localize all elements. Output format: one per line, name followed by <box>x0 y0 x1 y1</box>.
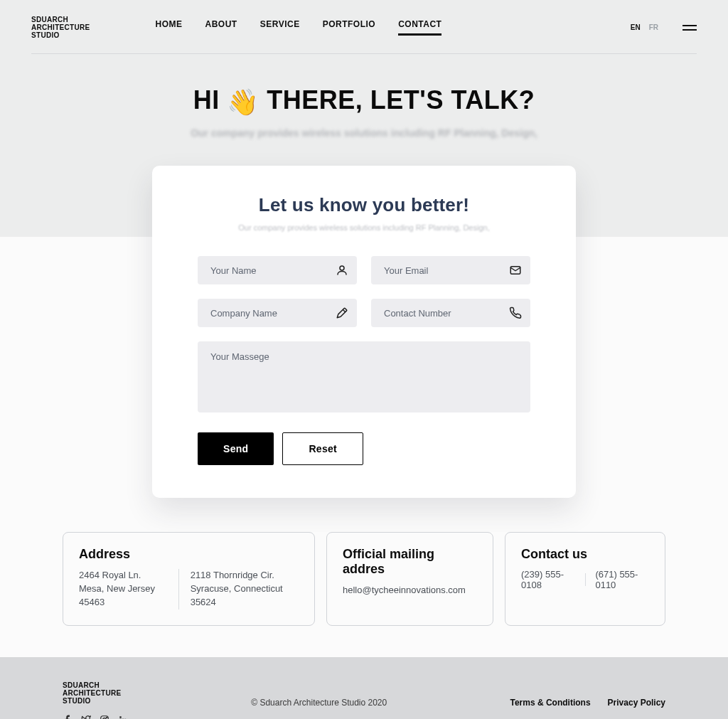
email-input[interactable] <box>371 265 530 276</box>
company-input[interactable] <box>198 308 357 319</box>
company-field[interactable] <box>198 299 357 327</box>
reset-button[interactable]: Reset <box>282 432 363 465</box>
language-switch: EN FR <box>631 23 697 31</box>
user-icon <box>336 264 348 277</box>
brand-line-2: ARCHITECTURE <box>31 23 90 31</box>
phone-field[interactable] <box>371 299 530 327</box>
footer-brand-line-3: STUDIO <box>63 697 128 705</box>
form-section: Let us know you better! Our company prov… <box>0 166 728 532</box>
wave-icon: 👋 <box>227 87 259 117</box>
send-button[interactable]: Send <box>198 432 274 465</box>
form-title: Let us know you better! <box>198 194 530 216</box>
address-1: 2464 Royal Ln. Mesa, New Jersey 45463 <box>79 569 167 609</box>
footer-links: Terms & Conditions Privacy Policy <box>510 698 665 708</box>
contact-card: Let us know you better! Our company prov… <box>152 166 576 498</box>
contact-title: Contact us <box>521 547 649 562</box>
footer-left: SDUARCH ARCHITECTURE STUDIO <box>63 681 128 719</box>
separator-icon <box>178 569 179 609</box>
twitter-icon[interactable] <box>81 715 91 719</box>
info-row: Address 2464 Royal Ln. Mesa, New Jersey … <box>0 532 728 657</box>
lang-en[interactable]: EN <box>631 23 641 31</box>
mail-box: Official mailing addres hello@tycheeinno… <box>326 532 493 626</box>
svg-point-4 <box>107 717 107 718</box>
social-links <box>63 715 128 719</box>
message-input[interactable] <box>198 341 530 412</box>
nav-service[interactable]: SERVICE <box>260 19 300 36</box>
phone-2[interactable]: (671) 555-0110 <box>595 569 649 590</box>
hero-rest: THERE, LET'S TALK? <box>267 85 535 114</box>
phone-input[interactable] <box>371 308 530 319</box>
instagram-icon[interactable] <box>100 715 109 719</box>
address-2: 2118 Thornridge Cir. Syracuse, Connectic… <box>191 569 299 609</box>
hero-hi: HI <box>193 85 220 114</box>
separator-icon <box>585 573 586 586</box>
hero-title: HI 👋 THERE, LET'S TALK? <box>0 85 728 117</box>
address-title: Address <box>79 547 299 562</box>
footer-brand-line-1: SDUARCH <box>63 681 128 689</box>
nav-home[interactable]: HOME <box>156 19 183 36</box>
terms-link[interactable]: Terms & Conditions <box>510 698 590 708</box>
form-actions: Send Reset <box>198 432 530 465</box>
footer: SDUARCH ARCHITECTURE STUDIO © Sduarch Ar… <box>0 657 728 719</box>
address-box: Address 2464 Royal Ln. Mesa, New Jersey … <box>63 532 315 626</box>
brand-logo[interactable]: SDUARCH ARCHITECTURE STUDIO <box>31 16 90 39</box>
name-field[interactable] <box>198 256 357 284</box>
topbar: SDUARCH ARCHITECTURE STUDIO HOME ABOUT S… <box>0 0 728 53</box>
contact-box: Contact us (239) 555-0108 (671) 555-0110 <box>505 532 665 626</box>
phone-1[interactable]: (239) 555-0108 <box>521 569 575 590</box>
brand-line-3: STUDIO <box>31 31 90 39</box>
nav-portfolio[interactable]: PORTFOLIO <box>323 19 376 36</box>
hamburger-menu-icon[interactable] <box>682 25 697 31</box>
form-subtitle: Our company provides wireless solutions … <box>198 223 530 232</box>
linkedin-icon[interactable] <box>118 715 128 719</box>
phone-icon <box>509 307 522 319</box>
facebook-icon[interactable] <box>63 715 73 719</box>
form-grid <box>198 256 530 412</box>
primary-nav: HOME ABOUT SERVICE PORTFOLIO CONTACT <box>156 19 442 36</box>
mail-icon <box>509 264 522 277</box>
lang-fr[interactable]: FR <box>649 23 658 31</box>
mail-value[interactable]: hello@tycheeinnovations.com <box>343 584 477 597</box>
footer-brand[interactable]: SDUARCH ARCHITECTURE STUDIO <box>63 681 128 705</box>
brand-line-1: SDUARCH <box>31 16 90 23</box>
message-field[interactable] <box>198 341 530 412</box>
hero: HI 👋 THERE, LET'S TALK? Our company prov… <box>0 54 728 166</box>
email-field[interactable] <box>371 256 530 284</box>
nav-contact[interactable]: CONTACT <box>398 19 441 36</box>
name-input[interactable] <box>198 265 357 276</box>
svg-point-0 <box>340 266 344 270</box>
mail-title: Official mailing addres <box>343 547 477 577</box>
pen-icon <box>336 307 348 319</box>
privacy-link[interactable]: Privacy Policy <box>608 698 665 708</box>
nav-about[interactable]: ABOUT <box>205 19 237 36</box>
footer-brand-line-2: ARCHITECTURE <box>63 689 128 697</box>
hero-subtitle: Our company provides wireless solutions … <box>0 127 728 139</box>
footer-copyright: © Sduarch Architecture Studio 2020 <box>128 698 510 708</box>
